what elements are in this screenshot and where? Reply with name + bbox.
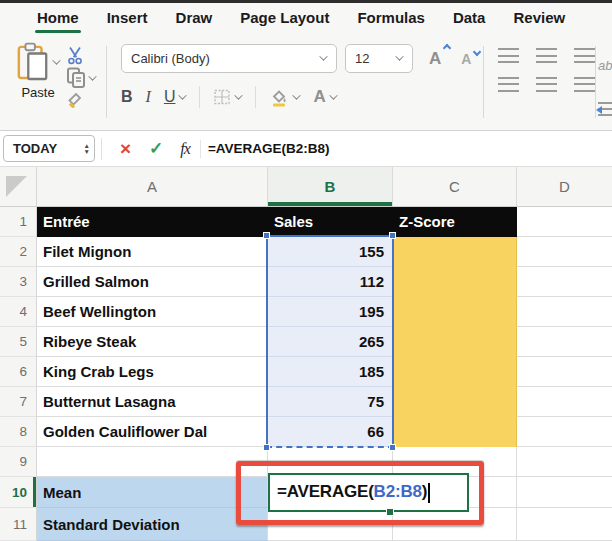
cell-D1[interactable] xyxy=(517,207,612,237)
font-name-select[interactable]: Calibri (Body) xyxy=(121,44,337,73)
tab-home[interactable]: Home xyxy=(37,4,79,33)
cell-B1[interactable]: Sales xyxy=(268,207,393,237)
fill-color-button[interactable] xyxy=(269,88,300,107)
tab-page-layout[interactable]: Page Layout xyxy=(240,4,329,33)
name-box[interactable]: TODAY ▲ ▼ xyxy=(3,135,95,162)
paste-dropdown-chevron-icon[interactable] xyxy=(52,56,60,64)
cell-A3[interactable]: Grilled Salmon xyxy=(37,267,268,297)
font-color-button[interactable]: A xyxy=(313,87,336,107)
cell-D5[interactable] xyxy=(517,327,612,357)
name-box-stepper[interactable]: ▲ ▼ xyxy=(84,143,90,155)
cell-B3[interactable]: 112 xyxy=(268,267,393,297)
formula-bar: TODAY ▲ ▼ × ✓ fx =AVERAGE(B2:B8) xyxy=(0,131,612,167)
cell-C1[interactable]: Z-Score xyxy=(393,207,517,237)
align-left-button[interactable] xyxy=(498,77,519,92)
cell-D3[interactable] xyxy=(517,267,612,297)
underline-button[interactable]: U xyxy=(164,88,187,106)
cancel-button[interactable]: × xyxy=(111,139,140,158)
cell-D7[interactable] xyxy=(517,387,612,417)
small-divider xyxy=(199,86,200,108)
format-painter-button[interactable] xyxy=(66,91,84,108)
insert-function-button[interactable]: fx xyxy=(172,140,198,158)
row-header-3[interactable]: 3 xyxy=(0,267,37,297)
row-header-8[interactable]: 8 xyxy=(0,417,37,447)
selection-handle[interactable] xyxy=(389,232,396,239)
fill-color-chevron-icon xyxy=(293,91,301,99)
cell-A2[interactable]: Filet Mignon xyxy=(37,237,268,267)
cell-C3[interactable] xyxy=(393,267,517,297)
column-header-c[interactable]: C xyxy=(393,167,517,206)
enter-button[interactable]: ✓ xyxy=(140,140,172,157)
copy-button[interactable] xyxy=(66,67,96,89)
cell-C8[interactable] xyxy=(393,417,517,447)
italic-button[interactable]: I xyxy=(146,88,151,106)
row-header-7[interactable]: 7 xyxy=(0,387,37,417)
cell-C5[interactable] xyxy=(393,327,517,357)
borders-button[interactable] xyxy=(213,88,242,106)
cell-D6[interactable] xyxy=(517,357,612,387)
sheet-row-6: 6 King Crab Legs 185 xyxy=(0,357,612,387)
cell-A11-std-label[interactable]: Standard Deviation xyxy=(37,508,268,541)
cell-D2[interactable] xyxy=(517,237,612,267)
column-header-b[interactable]: B xyxy=(268,167,393,206)
tab-draw[interactable]: Draw xyxy=(176,4,213,33)
cell-A4[interactable]: Beef Wellington xyxy=(37,297,268,327)
tab-review[interactable]: Review xyxy=(513,4,565,33)
tab-formulas[interactable]: Formulas xyxy=(357,4,425,33)
cell-A6[interactable]: King Crab Legs xyxy=(37,357,268,387)
cut-button[interactable] xyxy=(66,46,84,65)
row-header-2[interactable]: 2 xyxy=(0,237,37,267)
cell-B2[interactable]: 155 xyxy=(268,237,393,267)
increase-font-size-button[interactable]: A xyxy=(429,49,441,69)
cell-B4[interactable]: 195 xyxy=(268,297,393,327)
cell-B5[interactable]: 265 xyxy=(268,327,393,357)
row-header-5[interactable]: 5 xyxy=(0,327,37,357)
selection-handle[interactable] xyxy=(389,444,396,451)
cell-D9[interactable] xyxy=(517,447,612,477)
formula-input[interactable]: =AVERAGE(B2:B8) xyxy=(208,141,330,156)
cell-D8[interactable] xyxy=(517,417,612,447)
decrease-font-size-button[interactable]: A xyxy=(461,51,471,67)
cell-C2[interactable] xyxy=(393,237,517,267)
selection-handle[interactable] xyxy=(263,232,270,239)
tab-data[interactable]: Data xyxy=(453,4,486,33)
align-center-button[interactable] xyxy=(536,77,557,92)
copy-dropdown-chevron-icon[interactable] xyxy=(88,72,96,80)
decrease-indent-button[interactable] xyxy=(598,102,612,116)
cell-A1[interactable]: Entrée xyxy=(37,207,268,237)
cell-C6[interactable] xyxy=(393,357,517,387)
cell-B7[interactable]: 75 xyxy=(268,387,393,417)
selection-handle[interactable] xyxy=(263,444,270,451)
row-header-4[interactable]: 4 xyxy=(0,297,37,327)
align-top-button[interactable] xyxy=(498,48,519,63)
cell-D4[interactable] xyxy=(517,297,612,327)
cell-C7[interactable] xyxy=(393,387,517,417)
row-header-9[interactable]: 9 xyxy=(0,447,37,477)
cell-A5[interactable]: Ribeye Steak xyxy=(37,327,268,357)
cell-B8[interactable]: 66 xyxy=(268,417,393,447)
row-header-6[interactable]: 6 xyxy=(0,357,37,387)
cell-D10[interactable] xyxy=(517,477,612,508)
cell-A10-mean-label[interactable]: Mean xyxy=(37,477,268,508)
column-header-a[interactable]: A xyxy=(37,167,268,206)
tab-insert[interactable]: Insert xyxy=(107,4,148,33)
text-orientation-button[interactable]: ab xyxy=(598,58,612,73)
font-size-select[interactable]: 12 xyxy=(345,44,413,73)
bold-button[interactable]: B xyxy=(121,88,133,106)
cell-D11[interactable] xyxy=(517,508,612,541)
sheet-row-1: 1 Entrée Sales Z-Score xyxy=(0,207,612,237)
font-size-value: 12 xyxy=(355,51,369,66)
row-header-10[interactable]: 10 xyxy=(0,477,37,508)
row-header-1[interactable]: 1 xyxy=(0,207,37,237)
paste-button[interactable]: Paste xyxy=(16,42,60,130)
cell-C4[interactable] xyxy=(393,297,517,327)
cell-B6[interactable]: 185 xyxy=(268,357,393,387)
select-all-corner[interactable] xyxy=(0,167,37,206)
row-header-11[interactable]: 11 xyxy=(0,508,37,541)
clipped-ribbon-buttons: ab xyxy=(590,34,612,131)
cell-A7[interactable]: Butternut Lasagna xyxy=(37,387,268,417)
cell-A8[interactable]: Golden Cauliflower Dal xyxy=(37,417,268,447)
column-header-d[interactable]: D xyxy=(517,167,612,206)
align-middle-button[interactable] xyxy=(536,48,557,63)
cell-A9[interactable] xyxy=(37,447,268,477)
